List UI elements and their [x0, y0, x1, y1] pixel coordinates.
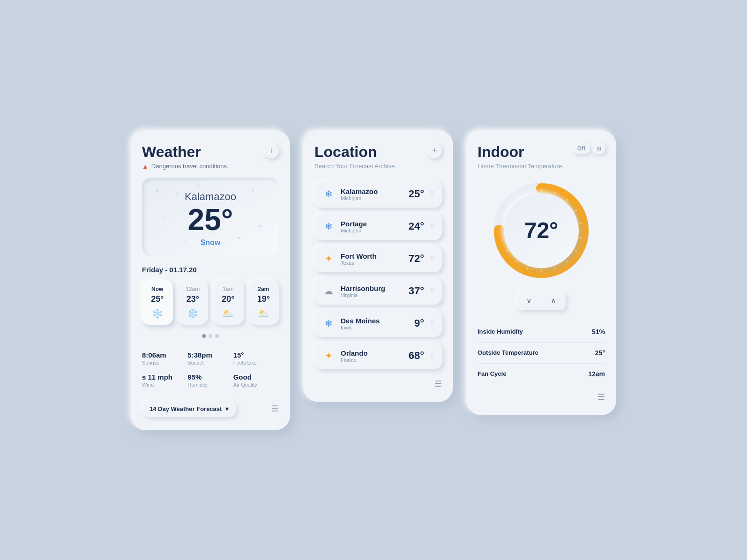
hour-temp-2: 20° — [217, 294, 240, 304]
location-city-3: Harrisonburg — [341, 284, 403, 292]
grid-icon-2: ⠿ — [430, 255, 434, 262]
indoor-stat-humidity: Inside Humidity 51% — [478, 321, 605, 343]
forecast-button[interactable]: 14 Day Weather Forecast ▾ — [142, 401, 236, 417]
temp-decrease-button[interactable]: ∨ — [517, 291, 541, 310]
weather-condition: Snow — [151, 239, 269, 247]
weather-card: Weather i ▲ Dangerous travel conditions.… — [131, 130, 290, 430]
hour-label-0: Now — [146, 286, 169, 292]
stat-humidity-value: 95% — [187, 373, 233, 381]
stat-wind-label: Wind — [142, 382, 187, 388]
location-card: Location + Search Your Forecast Archive.… — [303, 130, 453, 402]
indoor-menu-icon[interactable]: ☰ — [598, 392, 605, 402]
location-item-kalamazoo[interactable]: ❄ Kalamazoo Michigan 25° ⠿ — [314, 181, 442, 208]
location-item-harrisonburg[interactable]: ☁ Harrisonburg Virginia 37° ⠿ — [314, 278, 442, 305]
hour-label-1: 12am — [181, 286, 205, 292]
grid-icon-4: ⠿ — [430, 320, 434, 327]
stat-air-value: Good — [233, 373, 279, 381]
hour-temp-3: 19° — [252, 294, 276, 304]
stat-sunrise: 8:06am Sunrise — [142, 347, 187, 369]
fan-cycle-label: Fan Cycle — [478, 370, 506, 377]
outside-temp-value: 25° — [595, 349, 605, 357]
hour-label-2: 1am — [217, 286, 240, 292]
thermostat-temperature: 72° — [504, 193, 579, 268]
hour-icon-2: 🌥️ — [217, 308, 240, 319]
stat-sunset: 5:38pm Sunset — [187, 347, 233, 369]
hourly-forecast: Now 25° ❄️ 12am 23° ❄️ 1am 20° 🌥️ 2am 19… — [142, 280, 279, 325]
location-item-portage[interactable]: ❄ Portage Michigan 24° ⠿ — [314, 213, 442, 240]
location-state-5: Florida — [341, 357, 403, 363]
menu-icon[interactable]: ☰ — [271, 403, 279, 414]
svg-line-7 — [579, 223, 582, 224]
location-state-4: Iowa — [341, 325, 409, 330]
stat-sunset-label: Sunset — [187, 360, 233, 366]
location-bottom-bar: ☰ — [314, 379, 442, 389]
stat-humidity: 95% Humidity — [187, 369, 233, 391]
location-city-2: Fort Worth — [341, 252, 403, 260]
dot-2[interactable] — [209, 334, 212, 338]
weather-header: Weather i — [142, 143, 279, 161]
stat-wind: s 11 mph Wind — [142, 369, 187, 391]
fan-cycle-value: 12am — [588, 370, 605, 378]
grid-button[interactable]: ⊞ — [593, 143, 605, 154]
snow-icon-desmoines: ❄ — [322, 318, 335, 329]
stat-sunset-value: 5:38pm — [187, 351, 233, 359]
location-city-5: Orlando — [341, 349, 403, 357]
stat-air-quality: Good Air Quality — [233, 369, 279, 391]
indoor-title: Indoor — [478, 143, 524, 161]
alert-icon: ▲ — [142, 163, 149, 170]
hour-icon-3: 🌥️ — [252, 308, 276, 319]
location-item-fortworth[interactable]: ✦ Fort Worth Texas 72° ⠿ — [314, 246, 442, 272]
hour-card-2am: 2am 19° 🌥️ — [248, 280, 279, 325]
location-temp-5: 68° — [409, 350, 424, 362]
location-info-desmoines: Des Moines Iowa — [341, 317, 409, 330]
location-state-1: Michigan — [341, 228, 403, 233]
grid-icon-3: ⠿ — [430, 287, 434, 295]
stat-feels-label: Feels Like — [233, 360, 279, 366]
location-item-orlando[interactable]: ✦ Orlando Florida 68° ⠿ — [314, 343, 442, 369]
chevron-down-icon: ▾ — [225, 405, 229, 412]
humidity-value: 51% — [592, 328, 605, 336]
location-info-kalamazoo: Kalamazoo Michigan — [341, 187, 403, 201]
location-city-1: Portage — [341, 220, 403, 228]
location-temp-2: 72° — [409, 253, 424, 265]
off-button[interactable]: Off — [573, 143, 590, 154]
location-state-3: Virginia — [341, 292, 403, 298]
weather-city: Kalamazoo — [151, 191, 269, 203]
location-temp-0: 25° — [409, 188, 424, 200]
indoor-stat-outside-temp: Outside Temperature 25° — [478, 343, 605, 364]
location-temp-1: 24° — [409, 220, 424, 232]
dot-1[interactable] — [202, 334, 206, 338]
dot-3[interactable] — [215, 334, 219, 338]
location-list: ❄ Kalamazoo Michigan 25° ⠿ ❄ Portage Mic… — [314, 181, 442, 369]
weather-bottom-bar: 14 Day Weather Forecast ▾ ☰ — [142, 401, 279, 417]
location-info-orlando: Orlando Florida — [341, 349, 403, 363]
stat-wind-value: s 11 mph — [142, 373, 187, 381]
temp-increase-button[interactable]: ∧ — [541, 291, 566, 310]
indoor-subtitle: Home Thermostat Temperature. — [478, 163, 605, 170]
temp-btn-group: ∨ ∧ — [517, 291, 566, 310]
location-city-0: Kalamazoo — [341, 187, 403, 195]
add-location-button[interactable]: + — [427, 143, 442, 158]
location-item-desmoines[interactable]: ❄ Des Moines Iowa 9° ⠿ — [314, 310, 442, 337]
stat-feels-value: 15° — [233, 351, 279, 359]
thermostat-container: 72° — [478, 179, 605, 282]
location-menu-icon[interactable]: ☰ — [434, 379, 442, 389]
location-title: Location — [314, 143, 377, 161]
weather-display: Kalamazoo 25° Snow — [142, 178, 279, 256]
location-subtitle: Search Your Forecast Archive. — [314, 163, 442, 170]
weather-date: Friday - 01.17.20 — [142, 266, 279, 274]
stat-air-label: Air Quality — [233, 382, 279, 388]
hour-card-now: Now 25° ❄️ — [142, 280, 173, 325]
cloud-icon-harrisonburg: ☁ — [322, 285, 335, 297]
location-state-0: Michigan — [341, 195, 403, 201]
location-temp-3: 37° — [409, 285, 424, 297]
sun-icon-orlando: ✦ — [322, 350, 335, 361]
alert-text: Dangerous travel conditions. — [151, 163, 229, 170]
location-header: Location + — [314, 143, 442, 161]
alert-row: ▲ Dangerous travel conditions. — [142, 163, 279, 170]
indoor-stats: Inside Humidity 51% Outside Temperature … — [478, 321, 605, 384]
snow-icon-portage: ❄ — [322, 221, 335, 232]
info-button[interactable]: i — [264, 143, 279, 158]
stat-feels-like: 15° Feels Like — [233, 347, 279, 369]
hour-temp-0: 25° — [146, 294, 169, 304]
